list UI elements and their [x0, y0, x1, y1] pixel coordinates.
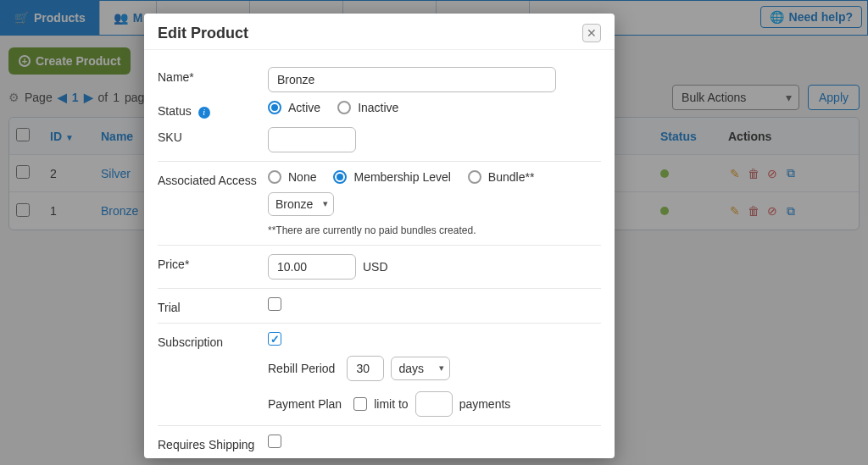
payments-count-input[interactable] — [415, 391, 453, 417]
bundle-note: **There are currently no paid bundles cr… — [268, 224, 601, 236]
label-rebill: Rebill Period — [268, 362, 335, 375]
label-price: Price* — [158, 254, 268, 271]
modal-title: Edit Product — [158, 25, 248, 42]
label-sku: SKU — [158, 127, 268, 144]
payment-plan-checkbox[interactable] — [353, 397, 367, 411]
label-associated-access: Associated Access — [158, 170, 268, 187]
requires-shipping-checkbox[interactable] — [268, 435, 281, 448]
assoc-bundle-label: Bundle** — [488, 170, 535, 184]
status-inactive-radio[interactable] — [337, 101, 351, 114]
label-payment-plan: Payment Plan — [268, 397, 342, 411]
label-name: Name* — [158, 67, 268, 84]
assoc-level-radio[interactable] — [333, 170, 347, 184]
status-active-label: Active — [288, 101, 320, 114]
label-subscription: Subscription — [158, 332, 268, 349]
sku-input[interactable] — [268, 127, 356, 152]
label-status: Status — [158, 104, 192, 118]
assoc-none-label: None — [288, 170, 316, 184]
assoc-bundle-radio[interactable] — [468, 170, 481, 184]
subscription-checkbox[interactable] — [268, 332, 281, 346]
price-currency: USD — [363, 260, 388, 274]
assoc-none-radio[interactable] — [268, 170, 281, 184]
label-trial: Trial — [158, 297, 268, 314]
label-payments: payments — [459, 397, 511, 411]
rebill-unit-value: days — [398, 362, 424, 375]
edit-product-modal: Edit Product ✕ Name* Status i Active Ina… — [144, 14, 615, 458]
price-input[interactable] — [268, 254, 356, 280]
rebill-period-input[interactable] — [347, 356, 384, 381]
rebill-unit-select[interactable]: days — [391, 357, 450, 380]
name-input[interactable] — [268, 67, 556, 92]
membership-level-select[interactable]: Bronze — [268, 192, 334, 216]
status-inactive-label: Inactive — [358, 101, 398, 114]
label-limit-to: limit to — [374, 397, 408, 411]
status-active-radio[interactable] — [268, 101, 281, 114]
close-icon[interactable]: ✕ — [582, 24, 601, 42]
trial-checkbox[interactable] — [268, 297, 281, 311]
assoc-level-label: Membership Level — [353, 170, 450, 184]
membership-level-value: Bronze — [275, 197, 313, 211]
label-shipping: Requires Shipping — [158, 435, 268, 451]
info-icon[interactable]: i — [198, 107, 210, 119]
